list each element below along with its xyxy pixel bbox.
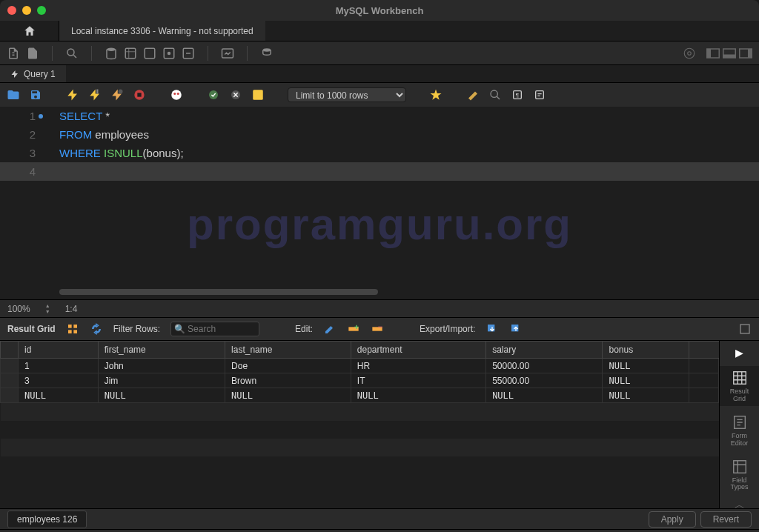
revert-button[interactable]: Revert	[700, 511, 752, 528]
svg-point-18	[119, 90, 123, 94]
sql-editor[interactable]: 1 SELECT * 2 FROM employees 3 WHERE ISNU…	[0, 107, 759, 299]
filter-label: Filter Rows:	[113, 324, 160, 334]
expand-panel-icon[interactable]: ▶	[735, 347, 743, 359]
svg-rect-34	[73, 330, 77, 333]
query-tab-bar: Query 1	[0, 65, 759, 83]
new-sql-tab-icon[interactable]	[6, 46, 21, 61]
find-icon[interactable]	[488, 87, 503, 102]
export-icon[interactable]	[485, 322, 499, 336]
form-icon	[731, 413, 749, 431]
field-types-icon	[731, 458, 749, 476]
main-toolbar	[0, 41, 759, 65]
svg-rect-12	[707, 49, 711, 58]
delete-row-icon[interactable]	[371, 322, 384, 336]
table-row[interactable]: 1 John Doe HR 50000.00 NULL	[1, 359, 719, 373]
dashboard-icon[interactable]	[220, 46, 235, 61]
horizontal-scrollbar[interactable]	[59, 289, 378, 295]
svg-point-22	[173, 93, 176, 95]
open-file-icon[interactable]	[6, 87, 21, 102]
svg-rect-31	[68, 325, 72, 328]
wrap-icon[interactable]	[532, 87, 547, 102]
table-header-row: id first_name last_name department salar…	[1, 342, 719, 359]
export-label: Export/Import:	[420, 324, 475, 334]
query-tab[interactable]: Query 1	[0, 65, 66, 82]
no-limits-icon[interactable]	[169, 87, 184, 102]
table-row-new[interactable]: NULL NULL NULL NULL NULL NULL	[1, 388, 719, 403]
execute-current-icon[interactable]	[87, 87, 102, 102]
field-types-button[interactable]: Field Types	[720, 455, 759, 495]
svg-text:¶: ¶	[516, 92, 519, 99]
autocommit-icon[interactable]	[251, 87, 265, 102]
rollback-icon[interactable]	[228, 87, 243, 102]
svg-rect-2	[125, 48, 136, 59]
status-bar: Query Completed	[0, 529, 759, 532]
settings-icon[interactable]	[682, 46, 697, 61]
line-number: 4	[30, 165, 36, 178]
svg-rect-42	[733, 460, 746, 473]
maximize-window-button[interactable]	[37, 6, 46, 15]
column-header[interactable]: last_name	[225, 342, 351, 359]
column-header[interactable]: salary	[486, 342, 603, 359]
svg-point-23	[177, 93, 179, 95]
editor-status-bar: 100% ▲▼ 1:4	[0, 299, 759, 317]
window-title: MySQL Workbench	[336, 5, 424, 16]
inspector-icon[interactable]	[64, 46, 79, 61]
db-icon-1[interactable]	[104, 46, 119, 61]
result-grid-view-button[interactable]: Result Grid	[720, 366, 759, 406]
result-tab[interactable]: employees 126	[7, 511, 87, 528]
svg-rect-30	[536, 91, 544, 99]
svg-point-8	[263, 48, 271, 52]
column-header[interactable]: bonus	[603, 342, 689, 359]
panel-bottom-icon[interactable]	[722, 46, 737, 61]
limit-select[interactable]: Limit to 1000 rows	[288, 87, 406, 102]
svg-rect-26	[253, 90, 263, 100]
db-icon-4[interactable]	[162, 46, 176, 61]
beautify-icon[interactable]	[465, 87, 480, 102]
close-window-button[interactable]	[7, 6, 16, 15]
column-header[interactable]: id	[19, 342, 99, 359]
svg-rect-16	[748, 49, 752, 58]
minimize-window-button[interactable]	[22, 6, 31, 15]
edit-row-icon[interactable]	[323, 322, 337, 336]
svg-rect-3	[145, 48, 155, 59]
favorite-icon[interactable]	[428, 87, 443, 102]
commit-icon[interactable]	[206, 87, 221, 102]
svg-rect-20	[137, 93, 141, 96]
add-row-icon[interactable]	[347, 322, 360, 336]
refresh-icon[interactable]	[90, 322, 103, 336]
grid-view-icon[interactable]	[66, 322, 79, 336]
rebuild-icon[interactable]	[259, 46, 274, 61]
form-editor-button[interactable]: Form Editor	[720, 410, 759, 450]
connection-tab[interactable]: Local instance 3306 - Warning - not supp…	[59, 21, 265, 41]
save-file-icon[interactable]	[28, 87, 43, 102]
svg-rect-14	[723, 54, 736, 58]
svg-point-27	[491, 90, 497, 97]
svg-rect-40	[733, 372, 746, 385]
open-sql-icon[interactable]	[25, 46, 40, 61]
table-row[interactable]: 3 Jim Brown IT 55000.00 NULL	[1, 373, 719, 388]
titlebar: MySQL Workbench	[0, 0, 759, 21]
bottom-tab-bar: employees 126 Apply Revert	[0, 508, 759, 529]
svg-point-9	[684, 48, 695, 59]
panel-right-icon[interactable]	[738, 46, 753, 61]
zoom-stepper[interactable]: ▲▼	[45, 303, 50, 314]
invisible-icon[interactable]: ¶	[510, 87, 525, 102]
wrap-cell-icon[interactable]	[738, 322, 752, 336]
db-icon-3[interactable]	[142, 46, 157, 61]
stop-icon[interactable]	[132, 87, 147, 102]
home-tab[interactable]	[0, 21, 59, 41]
column-header[interactable]: first_name	[98, 342, 225, 359]
db-icon-2[interactable]	[123, 46, 138, 61]
svg-rect-33	[68, 330, 72, 333]
db-icon-5[interactable]	[181, 46, 196, 61]
svg-point-5	[168, 51, 171, 55]
explain-icon[interactable]	[110, 87, 125, 102]
execute-icon[interactable]	[65, 87, 80, 102]
column-header[interactable]: department	[351, 342, 485, 359]
apply-button[interactable]: Apply	[649, 511, 696, 528]
zoom-level: 100%	[7, 304, 30, 314]
panel-left-icon[interactable]	[706, 46, 720, 61]
result-grid[interactable]: id first_name last_name department salar…	[0, 341, 719, 508]
import-icon[interactable]	[509, 322, 523, 336]
result-grid-label: Result Grid	[7, 324, 56, 334]
